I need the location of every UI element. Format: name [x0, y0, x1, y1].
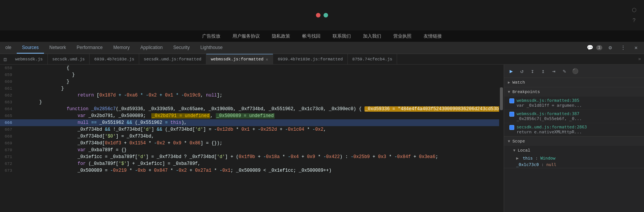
file-tab-6939[interactable]: 6939.4b7e183e.js [90, 54, 139, 64]
file-tabs-bar: ◫ webmssdk.js secsdk.umd.js 6939.4b7e183… [0, 54, 644, 65]
watch-section: ▶ Watch [504, 78, 644, 87]
browser-dots [316, 13, 328, 17]
overflow-icon[interactable]: » [638, 57, 641, 62]
devtools-tab-bar: ole Sources Network Performance Memory A… [0, 42, 644, 54]
watch-header[interactable]: ▶ Watch [504, 78, 644, 87]
code-scrollbar[interactable] [499, 65, 504, 212]
scope-this-val[interactable]: Window [540, 156, 556, 161]
nav-item-contact[interactable]: 联系我们 [333, 33, 351, 40]
breakpoint-file-2[interactable]: webmssdk.js:formatted:387 [517, 111, 580, 116]
breakpoints-section: ▼ Breakpoints webmssdk.js:formatted:385 … [504, 87, 644, 137]
tab-sources[interactable]: Sources [17, 42, 44, 54]
watch-label: Watch [512, 80, 525, 85]
file-tab-secsdk-umd[interactable]: secsdk.umd.js [48, 54, 90, 64]
tab-lighthouse[interactable]: Lighthouse [195, 42, 228, 54]
file-tab-8759[interactable]: 8759.74cfecb4.js [348, 54, 397, 64]
list-item: secsdk.umd.js:formatted:2863 return e.na… [504, 123, 644, 136]
breakpoints-arrow-icon: ▼ [508, 90, 510, 94]
file-tab-6939-formatted[interactable]: 6939.4b7e183e.js:formatted [273, 54, 348, 64]
nav-item-links[interactable]: 友情链接 [424, 33, 442, 40]
right-panel: ▶ ↺ ↧ ↥ ⇥ ✎ ⚫ ▶ Watch ▼ Breakpoints w [504, 65, 644, 212]
breakpoint-checkbox-3[interactable] [509, 125, 514, 130]
nav-item-join[interactable]: 加入我们 [363, 33, 381, 40]
breakpoint-file-3[interactable]: secsdk.umd.js:formatted:2863 [517, 125, 587, 130]
code-scroll: 658 { 659 } 660 } 661 } [0, 65, 504, 212]
local-arrow-icon: ▼ [513, 149, 515, 153]
question-icon: ? [630, 17, 638, 24]
scope-header[interactable]: ▼ Scope [504, 137, 644, 146]
step-icon[interactable]: ⇥ [549, 66, 559, 76]
code-area[interactable]: 658 { 659 } 660 } 661 } [0, 65, 504, 212]
nav-item-account[interactable]: 帐号找回 [302, 33, 320, 40]
badge-count: 1 [596, 45, 602, 50]
breakpoints-header[interactable]: ▼ Breakpoints [504, 87, 644, 97]
scope-this-key: this [523, 156, 533, 161]
step-into-icon[interactable]: ↧ [528, 66, 537, 76]
more-icon[interactable]: ⋮ [618, 43, 628, 53]
code-scrollbar-thumb[interactable] [500, 87, 503, 110]
scope-item-1c73c0: _0x1c73c0 : null [504, 161, 644, 168]
dot-teal [324, 13, 328, 17]
tab-network[interactable]: Network [44, 42, 71, 54]
list-item: webmssdk.js:formatted:387 _0x2856c7(_0x5… [504, 110, 644, 123]
table-row: 662 return [0x187d + -0xa6 * -0x2 + 0x1 … [0, 92, 504, 99]
file-tab-webmssdk[interactable]: webmssdk.js [11, 54, 48, 64]
breakpoint-file-1[interactable]: webmssdk.js:formatted:385 [517, 98, 580, 103]
watch-arrow-icon: ▶ [508, 80, 510, 85]
local-header[interactable]: ▼ Local [504, 146, 644, 155]
file-tab-secsdk-formatted[interactable]: secsdk.umd.js:formatted [139, 54, 206, 64]
tab-ole[interactable]: ole [0, 42, 17, 54]
scope-val-1c73c0: null [546, 162, 556, 167]
scope-item-this[interactable]: ▶ this : Window [504, 155, 644, 161]
chat-icon: 💬 [587, 44, 593, 51]
file-tabs-right-controls: » [635, 54, 644, 64]
tab-application[interactable]: Application [135, 42, 168, 54]
scope-section: ▼ Scope ▼ Local ▶ this : Window _0x1c73c… [504, 137, 644, 168]
tab-performance[interactable]: Performance [71, 42, 108, 54]
nav-item-license[interactable]: 营业执照 [393, 33, 412, 40]
dot-red [316, 13, 320, 17]
table-row: 658 { [0, 65, 504, 71]
browser-top-bar: ⬡ ? [0, 0, 644, 30]
panel-nav-icon: ◫ [0, 54, 11, 65]
main-area: 658 { 659 } 660 } 661 } [0, 65, 644, 212]
nav-item-privacy[interactable]: 隐私政策 [272, 33, 290, 40]
local-label: Local [518, 148, 530, 153]
table-row: 660 } [0, 78, 504, 85]
nav-item-ads[interactable]: 广告投放 [202, 33, 220, 40]
scope-key-1c73c0: _0x1c73c0 [516, 162, 539, 167]
pause-on-exceptions-icon[interactable]: ⚫ [570, 66, 580, 76]
scope-arrow-icon: ▼ [508, 139, 510, 144]
step-out-icon[interactable]: ↥ [538, 66, 548, 76]
breakpoints-label: Breakpoints [512, 90, 540, 94]
scope-label: Scope [512, 139, 525, 144]
webpage-nav: 广告投放 用户服务协议 隐私政策 帐号找回 联系我们 加入我们 营业执照 友情链… [0, 30, 644, 42]
table-row: 659 } [0, 71, 504, 78]
breakpoint-code-3: return e.nativeXMLHttpR... [517, 130, 582, 134]
file-tab-webmssdk-formatted[interactable]: webmssdk.js:formatted ✕ [206, 54, 273, 64]
nav-item-tos[interactable]: 用户服务协议 [232, 33, 260, 40]
resume-icon[interactable]: ▶ [506, 66, 516, 76]
devtools-toolbar-right: 💬 1 ⚙ ⋮ ✕ [587, 42, 644, 54]
shield-icon: ⬡ [630, 6, 638, 14]
browser-icons-right: ⬡ ? [630, 6, 638, 24]
close-devtools-icon[interactable]: ✕ [631, 43, 641, 53]
close-tab-icon[interactable]: ✕ [266, 57, 269, 62]
settings-icon[interactable]: ⚙ [605, 43, 615, 53]
breakpoint-checkbox-2[interactable] [509, 112, 514, 117]
breakpoint-checkbox-1[interactable] [509, 98, 514, 103]
step-over-icon[interactable]: ↺ [517, 66, 527, 76]
deactivate-breakpoints-icon[interactable]: ✎ [559, 66, 569, 76]
breakpoint-code-2: _0x2856c7(_0x55eb6f, _0... [517, 116, 582, 121]
breakpoint-code-1: var _0x1d81ff = argumen... [517, 103, 582, 108]
tab-memory[interactable]: Memory [108, 42, 135, 54]
list-item: webmssdk.js:formatted:385 var _0x1d81ff … [504, 97, 644, 110]
table-row: 673 _0x500089 = -0x219 * -0xb + 0x847 * … [0, 167, 504, 174]
tab-security[interactable]: Security [168, 42, 195, 54]
